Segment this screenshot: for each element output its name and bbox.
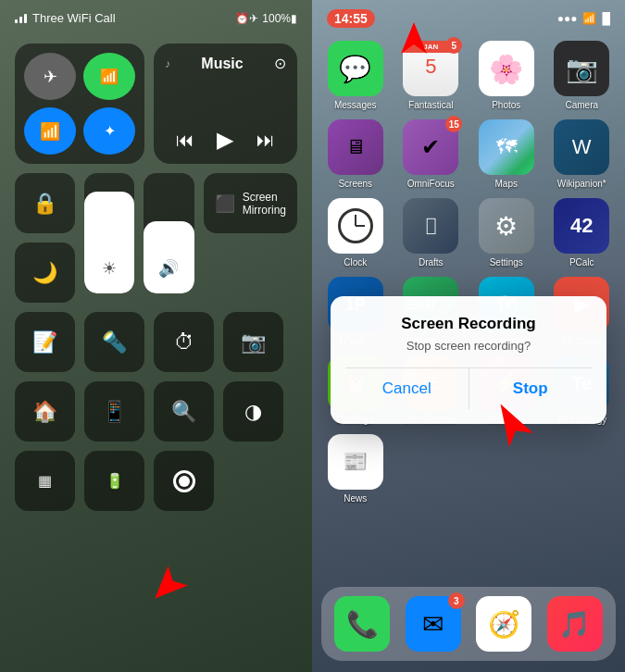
- accessibility-button[interactable]: ◑: [223, 381, 283, 442]
- status-bar-right: 14:55 ●●● 📶 █: [312, 0, 625, 33]
- dock-phone[interactable]: 📞: [331, 596, 394, 652]
- fantastical-badge: 5: [445, 37, 462, 54]
- screen-mirror-label: ScreenMirroring: [243, 191, 286, 217]
- volume-slider[interactable]: 🔊: [144, 173, 194, 293]
- app-item-messages[interactable]: 💬 Messages: [321, 41, 390, 110]
- previous-track-button[interactable]: ⏮: [176, 130, 194, 151]
- next-track-button[interactable]: ⏭: [256, 130, 275, 151]
- maps-app-label: Maps: [495, 179, 518, 189]
- battery-icon: ▮: [291, 12, 297, 25]
- settings-app-icon[interactable]: ⚙: [479, 198, 534, 254]
- notes-button[interactable]: 📝: [15, 312, 75, 372]
- messages-app-icon[interactable]: 💬: [328, 41, 383, 96]
- cellular-data-button[interactable]: 📶: [83, 53, 135, 100]
- photos-app-icon[interactable]: 🌸: [479, 41, 534, 96]
- app-item-photos[interactable]: 🌸 Photos: [472, 41, 541, 110]
- rotation-lock-button[interactable]: 🔒: [15, 173, 75, 233]
- news-app-icon[interactable]: 📰: [328, 434, 383, 490]
- music-block[interactable]: ♪ Music ⊙ ⏮ ▶ ⏭: [154, 44, 297, 164]
- red-arrow-record: [135, 550, 204, 618]
- zoom-button[interactable]: 🔍: [154, 381, 214, 442]
- wikipanion-app-icon[interactable]: W: [554, 119, 609, 175]
- camera-app-icon[interactable]: 📷: [554, 41, 609, 96]
- signal-bar-1: [15, 19, 18, 23]
- airplane-mode-button[interactable]: ✈: [24, 53, 76, 100]
- dock-music[interactable]: 🎵: [544, 596, 607, 652]
- app-grid: 💬 Messages Jan 5 5 Fantastical 🌸 Photos …: [312, 33, 625, 511]
- pcalc-app-label: PCalc: [569, 257, 594, 268]
- camera-button[interactable]: 📷: [223, 312, 283, 372]
- app-icon-wrapper-omnifocus: ✔ 15: [403, 119, 458, 175]
- home-button[interactable]: 🏠: [15, 381, 75, 442]
- phone-dock-icon[interactable]: 📞: [334, 596, 390, 652]
- pcalc-app-icon[interactable]: 42: [554, 198, 609, 254]
- remote-button[interactable]: 📱: [84, 381, 144, 442]
- do-not-disturb-button[interactable]: 🌙: [15, 243, 75, 303]
- music-dock-icon[interactable]: 🎵: [547, 596, 603, 652]
- safari-dock-icon[interactable]: 🧭: [476, 596, 531, 652]
- app-item-camera[interactable]: 📷 Camera: [548, 41, 617, 110]
- connectivity-block[interactable]: ✈ 📶 📶 ✦: [15, 44, 144, 164]
- control-center-panel: Three WiFi Call ⏰ ✈ 100% ▮ ✈ 📶 📶 ✦ ♪ Mus…: [0, 0, 312, 672]
- app-item-screens[interactable]: 🖥 Screens: [321, 119, 390, 189]
- svg-marker-1: [401, 22, 427, 54]
- dialog-cancel-button[interactable]: Cancel: [345, 368, 469, 409]
- dock: 📞 ✉ 3 🧭 🎵: [321, 587, 616, 661]
- app-item-omnifocus[interactable]: ✔ 15 OmniFocus: [397, 119, 466, 189]
- battery-percentage: 100%: [262, 12, 291, 25]
- app-icon-wrapper-clock: [328, 198, 383, 254]
- app-icon-wrapper-messages: 💬: [328, 41, 383, 96]
- wifi-button[interactable]: 📶: [24, 107, 76, 155]
- status-icons-right: ●●● 📶 █: [557, 12, 610, 25]
- wikipanion-app-label: Wikipanion*: [557, 179, 606, 189]
- control-center-grid: ✈ 📶 📶 ✦ ♪ Music ⊙ ⏮ ▶ ⏭: [0, 32, 312, 522]
- bluetooth-button[interactable]: ✦: [83, 107, 135, 155]
- screens-app-label: Screens: [338, 179, 372, 189]
- screen-mirror-icon: ⬛: [215, 193, 235, 214]
- drafts-app-label: Drafts: [419, 257, 444, 268]
- record-indicator: [173, 470, 195, 492]
- timer-button[interactable]: ⏱: [154, 312, 214, 372]
- play-button[interactable]: ▶: [217, 127, 233, 153]
- dock-mail[interactable]: ✉ 3: [402, 596, 466, 652]
- svg-marker-2: [489, 397, 533, 447]
- app-icon-wrapper-pcalc: 42: [554, 198, 609, 254]
- messages-app-label: Messages: [334, 100, 377, 110]
- screen-recording-dialog: Screen Recording Stop screen recording? …: [331, 296, 606, 424]
- drafts-app-icon[interactable]: ⌷: [403, 198, 458, 254]
- app-item-settings[interactable]: ⚙ Settings: [472, 198, 541, 268]
- brightness-slider[interactable]: ☀: [84, 173, 134, 293]
- screens-app-icon[interactable]: 🖥: [328, 119, 383, 175]
- app-icon-wrapper-camera: 📷: [554, 41, 609, 96]
- signal-bar-3: [24, 14, 27, 23]
- clock-app-icon[interactable]: [328, 198, 383, 254]
- app-item-maps[interactable]: 🗺 Maps: [472, 119, 541, 189]
- alarm-icon: ⏰: [235, 12, 249, 25]
- dock-safari[interactable]: 🧭: [472, 596, 536, 652]
- screen-mirroring-button[interactable]: ⬛ ScreenMirroring: [204, 173, 297, 233]
- app-icon-wrapper-wikipanion: W: [554, 119, 609, 175]
- dialog-stop-button[interactable]: Stop: [469, 368, 593, 409]
- location-icon: ✈: [249, 12, 258, 25]
- music-controls: ⏮ ▶ ⏭: [165, 127, 286, 153]
- maps-app-icon[interactable]: 🗺: [479, 119, 534, 175]
- battery-saver-button[interactable]: 🔋: [84, 451, 144, 511]
- screen-record-button[interactable]: [154, 451, 214, 511]
- music-header: ♪ Music ⊙: [165, 55, 286, 72]
- flashlight-button[interactable]: 🔦: [84, 312, 144, 372]
- app-item-pcalc[interactable]: 42 PCalc: [548, 198, 617, 268]
- photos-app-label: Photos: [492, 100, 520, 110]
- clock-face: [338, 208, 373, 243]
- wifi-icon-right: 📶: [582, 12, 596, 25]
- music-title: Music: [170, 56, 274, 72]
- app-item-clock[interactable]: Clock: [321, 198, 390, 268]
- airplay-icon[interactable]: ⊙: [274, 55, 286, 72]
- time-display: 14:55: [327, 9, 375, 28]
- app-item-news[interactable]: 📰 News: [321, 434, 390, 504]
- omnifocus-badge: 15: [445, 116, 462, 132]
- signal-strength: [15, 14, 27, 23]
- qr-scanner-button[interactable]: ▦: [15, 451, 75, 511]
- dock-mail-wrapper: ✉ 3: [406, 596, 461, 652]
- app-item-drafts[interactable]: ⌷ Drafts: [397, 198, 466, 268]
- app-item-wikipanion[interactable]: W Wikipanion*: [548, 119, 617, 189]
